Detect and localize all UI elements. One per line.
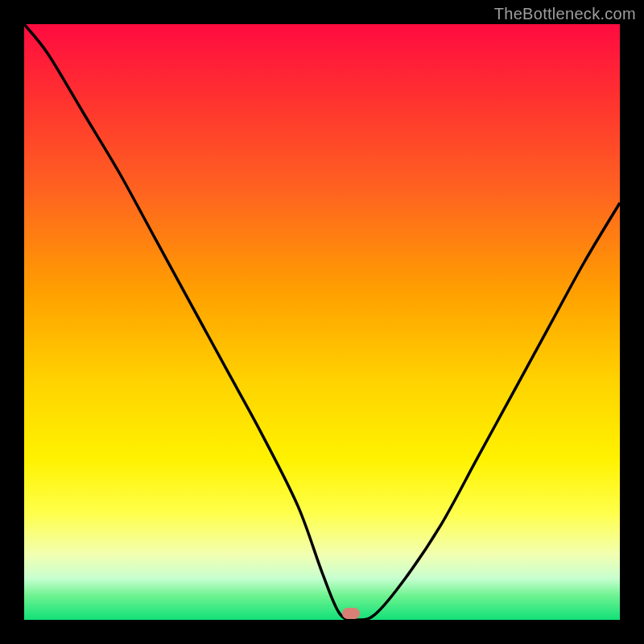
- plot-area: [24, 24, 620, 620]
- optimal-marker: [342, 608, 360, 619]
- chart-frame: TheBottleneck.com: [0, 0, 644, 644]
- bottleneck-curve: [24, 24, 620, 620]
- watermark-text: TheBottleneck.com: [494, 5, 636, 23]
